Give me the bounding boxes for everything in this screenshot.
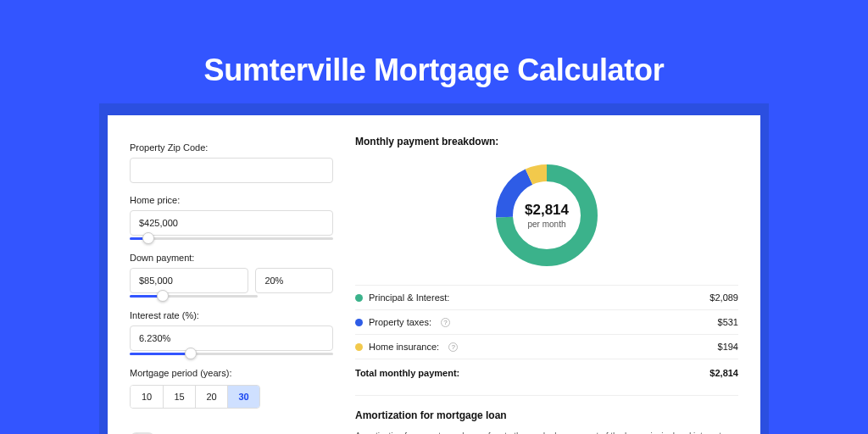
rate-input[interactable]	[130, 326, 333, 351]
total-row: Total monthly payment: $2,814	[355, 359, 738, 387]
amort-section: Amortization for mortgage loan Amortizat…	[355, 395, 738, 434]
down-input[interactable]	[130, 268, 248, 293]
calculator-band: Property Zip Code: Home price: Down paym…	[99, 103, 769, 434]
price-label: Home price:	[130, 195, 333, 205]
rate-label: Interest rate (%):	[130, 310, 333, 320]
legend-row-principal: Principal & Interest: $2,089	[355, 285, 738, 309]
form-panel: Property Zip Code: Home price: Down paym…	[130, 136, 333, 434]
calculator-card: Property Zip Code: Home price: Down paym…	[108, 115, 760, 434]
price-slider[interactable]	[130, 234, 333, 244]
total-value: $2,814	[709, 368, 738, 378]
rate-slider[interactable]	[130, 349, 333, 359]
legend-value: $194	[718, 342, 738, 352]
zip-input[interactable]	[130, 158, 333, 183]
zip-label: Property Zip Code:	[130, 142, 333, 153]
period-20[interactable]: 20	[195, 386, 227, 408]
page-title: Sumterville Mortgage Calculator	[204, 53, 665, 88]
info-icon[interactable]: ?	[448, 342, 458, 352]
legend-label: Principal & Interest:	[369, 292, 449, 303]
legend-value: $531	[718, 317, 738, 327]
donut-amount: $2,814	[525, 202, 569, 219]
down-slider[interactable]	[130, 292, 258, 302]
period-10[interactable]: 10	[131, 386, 163, 408]
price-input[interactable]	[130, 210, 333, 236]
dot-icon	[355, 294, 363, 302]
amort-title: Amortization for mortgage loan	[355, 409, 738, 421]
legend-row-insurance: Home insurance: ? $194	[355, 334, 738, 359]
legend: Principal & Interest: $2,089 Property ta…	[355, 285, 738, 359]
info-icon[interactable]: ?	[441, 318, 450, 327]
period-label: Mortgage period (years):	[130, 368, 333, 378]
period-group: 10 15 20 30	[130, 385, 260, 409]
down-pct-input[interactable]	[255, 268, 333, 293]
dot-icon	[355, 319, 363, 326]
donut-chart: $2,814 per month	[355, 156, 738, 285]
total-label: Total monthly payment:	[355, 368, 459, 378]
down-label: Down payment:	[130, 253, 333, 263]
donut-sub: per month	[527, 220, 565, 229]
period-30[interactable]: 30	[227, 386, 259, 408]
period-15[interactable]: 15	[163, 386, 195, 408]
legend-label: Home insurance:	[369, 342, 439, 352]
amort-body: Amortization for a mortgage loan refers …	[355, 430, 738, 434]
breakdown-panel: Monthly payment breakdown: $2,814 per mo…	[355, 136, 738, 434]
legend-row-taxes: Property taxes: ? $531	[355, 309, 738, 334]
page: Sumterville Mortgage Calculator Property…	[0, 0, 868, 434]
legend-value: $2,089	[709, 292, 738, 303]
legend-label: Property taxes:	[369, 317, 431, 327]
dot-icon	[355, 343, 363, 351]
breakdown-title: Monthly payment breakdown:	[355, 136, 738, 147]
